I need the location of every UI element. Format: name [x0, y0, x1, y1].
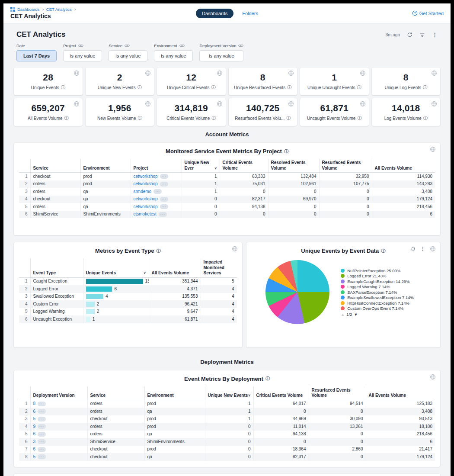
legend-item[interactable]: NullPointerException 25.00% — [341, 268, 421, 273]
ellipsis-pill[interactable]: ··· — [160, 204, 168, 209]
tab-folders[interactable]: Folders — [242, 11, 258, 16]
info-icon[interactable]: ⓘ — [61, 84, 65, 90]
cell-link[interactable]: 6 — [33, 409, 36, 414]
column-header[interactable]: Critical Events Volume — [220, 159, 268, 173]
cell-link[interactable]: ctsmoketest — [134, 212, 157, 216]
cell-link[interactable]: 6 — [33, 431, 36, 436]
globe-icon[interactable] — [430, 246, 436, 252]
info-icon[interactable]: ⓘ — [211, 84, 215, 90]
globe-icon[interactable] — [74, 101, 80, 107]
legend-item[interactable]: Custom OverOps Event 7.14% — [341, 306, 421, 311]
ellipsis-pill[interactable]: ··· — [159, 212, 167, 217]
cell-link[interactable]: 9 — [33, 424, 36, 429]
globe-icon[interactable] — [232, 246, 238, 252]
sort-desc-icon[interactable]: ∨ — [214, 166, 217, 170]
column-header[interactable]: Impacted Monitored Services — [201, 258, 237, 277]
column-header[interactable]: Resurfaced Events Volume — [319, 159, 372, 173]
column-header[interactable]: Service — [87, 386, 144, 400]
column-header[interactable]: Event Type — [30, 258, 83, 277]
column-header[interactable]: All Events Volume — [149, 258, 201, 277]
filter-icon[interactable] — [419, 32, 425, 38]
ellipsis-pill[interactable]: ··· — [153, 189, 162, 194]
ellipsis-pill[interactable]: ··· — [38, 454, 46, 459]
globe-icon[interactable] — [217, 70, 223, 76]
sort-desc-icon[interactable]: ∨ — [248, 393, 251, 398]
legend-item[interactable]: Logged Error 21.43% — [341, 273, 421, 278]
legend-item[interactable]: HttpHostConnectException 7.14% — [341, 301, 421, 306]
kebab-icon[interactable]: ⋮ — [420, 246, 425, 252]
info-icon[interactable]: ⓘ — [211, 115, 216, 121]
legend-item[interactable]: SAXParseException 7.14% — [341, 290, 421, 295]
globe-icon[interactable] — [145, 101, 151, 107]
cell-link[interactable]: 8 — [33, 401, 36, 406]
legend-item[interactable]: Logged Warning 7.14% — [341, 284, 421, 289]
ellipsis-pill[interactable]: ··· — [38, 439, 46, 444]
column-header[interactable]: Service — [30, 159, 80, 173]
cell-link[interactable]: srmdemo — [134, 189, 152, 194]
legend-page-down-icon[interactable]: ▼ — [354, 312, 358, 317]
cell-link[interactable]: cetworkshop — [134, 196, 158, 201]
globe-icon[interactable] — [288, 101, 294, 107]
kebab-menu-icon[interactable]: ⋮ — [432, 32, 438, 38]
info-icon[interactable]: ⓘ — [357, 84, 361, 90]
tab-dashboards[interactable]: Dashboards — [196, 9, 233, 18]
filter-value-button[interactable]: is any value — [109, 50, 147, 61]
globe-icon[interactable] — [430, 146, 436, 152]
globe-icon[interactable] — [430, 374, 436, 380]
column-header[interactable]: Unique Events∨ — [83, 258, 149, 277]
filter-value-button[interactable]: is any value — [154, 50, 193, 61]
refresh-icon[interactable] — [407, 32, 412, 38]
globe-icon[interactable] — [288, 70, 294, 76]
bell-icon[interactable] — [410, 246, 416, 252]
info-icon[interactable]: ⓘ — [156, 248, 160, 254]
get-started-link[interactable]: ? Get Started — [412, 10, 444, 16]
globe-icon[interactable] — [74, 70, 80, 76]
column-header[interactable]: Resolved Events Volume — [268, 159, 319, 173]
column-header[interactable]: Deployment Version — [30, 386, 87, 400]
globe-icon[interactable] — [360, 70, 366, 76]
info-icon[interactable]: ⓘ — [381, 248, 385, 254]
column-header[interactable]: Environment — [80, 159, 131, 173]
column-header[interactable]: All Events Volume — [366, 386, 435, 400]
info-icon[interactable]: ⓘ — [357, 115, 361, 121]
legend-item[interactable]: ExampleCaughtException 14.29% — [341, 279, 421, 284]
column-header[interactable]: Critical Events Volume — [253, 386, 309, 400]
cell-link[interactable]: cetworkshop — [134, 204, 158, 209]
pie-chart[interactable] — [265, 260, 329, 324]
column-header[interactable]: Resurfaced Events Volume — [309, 386, 366, 400]
info-icon[interactable]: ⓘ — [138, 115, 142, 121]
legend-item[interactable]: ExampleSwallowedException 7.14% — [341, 295, 421, 300]
info-icon[interactable]: ⓘ — [64, 115, 69, 121]
info-icon[interactable]: ⓘ — [284, 148, 288, 154]
info-icon[interactable]: ⓘ — [423, 84, 427, 90]
sort-desc-icon[interactable]: ∨ — [144, 271, 146, 275]
filter-value-button[interactable]: is any value — [199, 50, 243, 61]
info-icon[interactable]: ⓘ — [265, 376, 270, 382]
ellipsis-pill[interactable]: ··· — [160, 174, 168, 179]
ellipsis-pill[interactable]: ··· — [160, 197, 168, 202]
info-icon[interactable]: ⓘ — [137, 84, 142, 90]
column-header[interactable]: Project — [131, 159, 182, 173]
globe-icon[interactable] — [431, 70, 437, 76]
column-header[interactable]: Unique New Ever∨ — [182, 159, 220, 173]
column-header[interactable]: Unique New Events∨ — [205, 386, 253, 400]
breadcrumb-link[interactable]: CET Analytics — [46, 7, 72, 12]
info-icon[interactable]: ⓘ — [287, 84, 291, 90]
ellipsis-pill[interactable]: ··· — [38, 447, 46, 452]
info-icon[interactable]: ⓘ — [286, 115, 291, 121]
breadcrumb-link[interactable]: Dashboards — [17, 7, 39, 12]
cell-link[interactable]: 5 — [33, 454, 36, 459]
ellipsis-pill[interactable]: ··· — [38, 424, 46, 429]
globe-icon[interactable] — [145, 70, 151, 76]
cell-link[interactable]: 5 — [33, 416, 36, 421]
column-header[interactable]: All Events Volume — [372, 159, 435, 173]
filter-value-button[interactable]: is any value — [63, 50, 102, 61]
ellipsis-pill[interactable]: ··· — [38, 402, 46, 406]
ellipsis-pill[interactable]: ··· — [38, 417, 46, 421]
ellipsis-pill[interactable]: ··· — [38, 409, 46, 414]
cell-link[interactable]: 6 — [33, 447, 36, 451]
ellipsis-pill[interactable]: ··· — [38, 432, 46, 437]
globe-icon[interactable] — [217, 101, 223, 107]
globe-icon[interactable] — [360, 101, 366, 107]
filter-value-button[interactable]: Last 7 Days — [16, 50, 57, 61]
